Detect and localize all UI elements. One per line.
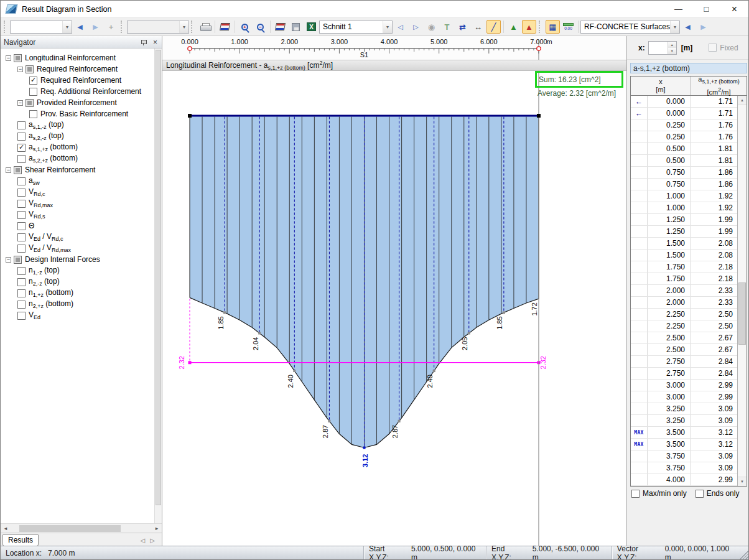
- tree-item-ved[interactable]: VEd: [1, 310, 154, 321]
- table-row[interactable]: 3.7503.09: [631, 450, 737, 462]
- table-row[interactable]: 3.2503.09: [631, 415, 737, 427]
- result-values-button[interactable]: ▲: [506, 20, 521, 34]
- fixed-checkbox[interactable]: [709, 44, 717, 52]
- scroll-left-icon[interactable]: ◂: [1, 525, 11, 531]
- table-row[interactable]: 1.0001.92: [631, 190, 737, 202]
- toolbar-drag-handle[interactable]: [539, 21, 542, 33]
- tree-item-as-2-z-bottom[interactable]: as,2,+z (bottom): [1, 153, 154, 164]
- tree-item-as-1-z-top[interactable]: as,1,-z (top): [1, 119, 154, 131]
- tree-checkbox[interactable]: [14, 166, 22, 174]
- collapse-icon[interactable]: −: [6, 257, 11, 263]
- units-button[interactable]: 0.00: [561, 20, 575, 34]
- table-row[interactable]: 2.2502.50: [631, 320, 737, 332]
- table-row[interactable]: 0.7501.86: [631, 167, 737, 179]
- tab-results[interactable]: Results: [2, 534, 39, 546]
- tree-item-ved-vrd-max[interactable]: VEd / VRd,max: [1, 243, 154, 254]
- collapse-icon[interactable]: −: [17, 100, 23, 106]
- tree-checkbox[interactable]: [17, 289, 26, 297]
- resize-grip[interactable]: [740, 546, 748, 559]
- tree-item-as-1-z-bottom[interactable]: as,1,+z (bottom): [1, 142, 154, 153]
- spin-down-icon[interactable]: ▾: [668, 48, 676, 54]
- table-row[interactable]: 1.7502.18: [631, 273, 737, 285]
- smooth-diagram-button[interactable]: ╱: [486, 20, 501, 34]
- result-type-combo[interactable]: ▾: [10, 21, 72, 34]
- save-button[interactable]: [289, 20, 303, 34]
- tab-scroll-right-icon[interactable]: ▷: [150, 537, 155, 544]
- tree-checkbox[interactable]: [29, 88, 37, 96]
- tree-item-vrd-max[interactable]: VRd,max: [1, 198, 154, 209]
- tree-checkbox[interactable]: [17, 312, 26, 320]
- tree-item-provided-reinforcement[interactable]: −Provided Reinforcement: [1, 97, 154, 108]
- tree-item-longitudinal-reinforcement[interactable]: −Longitudinal Reinforcement: [1, 52, 154, 63]
- tree-item-vrd-s[interactable]: VRd,s: [1, 209, 154, 220]
- toolbar-drag-handle[interactable]: [4, 21, 7, 33]
- table-row[interactable]: 0.7501.86: [631, 179, 737, 190]
- table-row[interactable]: 1.7502.18: [631, 261, 737, 273]
- tree-checkbox[interactable]: [29, 77, 37, 85]
- table-row[interactable]: 1.0001.92: [631, 202, 737, 214]
- tree-item-ved-vrd-c[interactable]: VEd / VRd,c: [1, 231, 154, 243]
- tree-item-n1-z-top[interactable]: n1,-z (top): [1, 265, 154, 276]
- tree-item-n2-z-bottom[interactable]: n2,+z (bottom): [1, 299, 154, 310]
- ends-only-checkbox[interactable]: [696, 490, 704, 498]
- zoom-in-button[interactable]: +: [238, 20, 252, 34]
- tree-checkbox[interactable]: [17, 301, 26, 309]
- tree-checkbox[interactable]: [17, 155, 26, 163]
- tree-checkbox[interactable]: [17, 245, 26, 253]
- tree-checkbox[interactable]: [14, 256, 22, 264]
- tree-checkbox[interactable]: [17, 177, 26, 185]
- table-row[interactable]: 2.0002.33: [631, 285, 737, 297]
- table-row[interactable]: 2.5002.67: [631, 344, 737, 356]
- table-row[interactable]: 4.0002.99: [631, 474, 737, 486]
- module-combo[interactable]: RF-CONCRETE Surfaces C▾: [580, 21, 680, 34]
- hscroll-thumb[interactable]: [19, 525, 121, 532]
- table-row[interactable]: 0.2501.76: [631, 119, 737, 131]
- print-button[interactable]: [198, 20, 212, 34]
- tree-item-prov-basic-reinforcement[interactable]: Prov. Basic Reinforcement: [1, 108, 154, 119]
- table-vscrollbar[interactable]: ▲ ▼: [737, 96, 747, 486]
- table-row[interactable]: 2.0002.33: [631, 297, 737, 309]
- tree-item-req-additional-reinforcement[interactable]: Req. Additional Reinforcement: [1, 86, 154, 97]
- tree-checkbox[interactable]: [17, 200, 26, 208]
- table-row[interactable]: MAX3.5003.12: [631, 427, 737, 439]
- tree-checkbox[interactable]: [17, 233, 26, 241]
- secondary-combo[interactable]: ▾: [127, 21, 189, 34]
- tab-scroll-left-icon[interactable]: ◁: [141, 537, 146, 544]
- tree-checkbox[interactable]: [14, 54, 22, 62]
- previous-button[interactable]: ◀: [73, 20, 87, 34]
- navigator-vscrollbar[interactable]: [154, 49, 162, 523]
- objects-button[interactable]: T: [440, 20, 454, 34]
- navigator-close-icon[interactable]: ×: [152, 38, 159, 47]
- table-row[interactable]: 2.7502.84: [631, 368, 737, 380]
- table-row[interactable]: 2.2502.50: [631, 309, 737, 320]
- spin-up-icon[interactable]: ▴: [668, 42, 676, 48]
- collapse-icon[interactable]: −: [6, 55, 11, 61]
- table-row[interactable]: 0.5001.81: [631, 143, 737, 155]
- tree-checkbox[interactable]: [29, 110, 37, 118]
- tree-checkbox[interactable]: [17, 144, 26, 152]
- fixed-scale-button[interactable]: ↔: [471, 20, 485, 34]
- panel-toggle-button[interactable]: ▦: [546, 20, 560, 34]
- tree-item-n2-z-top[interactable]: n2,-z (top): [1, 276, 154, 287]
- tree-checkbox[interactable]: [17, 267, 26, 275]
- section-previous-button[interactable]: ◁: [393, 20, 407, 34]
- navigator-hscrollbar[interactable]: ◂ ▸: [1, 523, 162, 533]
- tree-checkbox[interactable]: [17, 211, 26, 219]
- tree-item-shear-reinforcement[interactable]: −Shear Reinforcement: [1, 164, 154, 175]
- diagram-canvas[interactable]: 2.322.321.852.042.402.873.122.872.402.05…: [162, 71, 626, 547]
- tree-item-required-reinforcement[interactable]: −Required Reinforcement: [1, 63, 154, 75]
- module-previous-button[interactable]: ◀: [681, 20, 695, 34]
- pin-icon[interactable]: [141, 39, 147, 45]
- tree-checkbox[interactable]: [17, 189, 26, 197]
- extreme-values-button[interactable]: ▲: [522, 20, 536, 34]
- add-to-report-button[interactable]: [273, 20, 287, 34]
- next-button[interactable]: ▶: [88, 20, 103, 34]
- toolbar-drag-handle[interactable]: [121, 21, 124, 33]
- table-row[interactable]: 3.2503.09: [631, 403, 737, 415]
- vscroll-thumb[interactable]: [738, 282, 746, 345]
- scroll-down-icon[interactable]: ▼: [738, 477, 747, 486]
- table-row[interactable]: 3.0002.99: [631, 380, 737, 391]
- table-row[interactable]: MAX3.5003.12: [631, 439, 737, 450]
- table-row[interactable]: 3.0002.99: [631, 391, 737, 403]
- section-next-button[interactable]: ▷: [409, 20, 423, 34]
